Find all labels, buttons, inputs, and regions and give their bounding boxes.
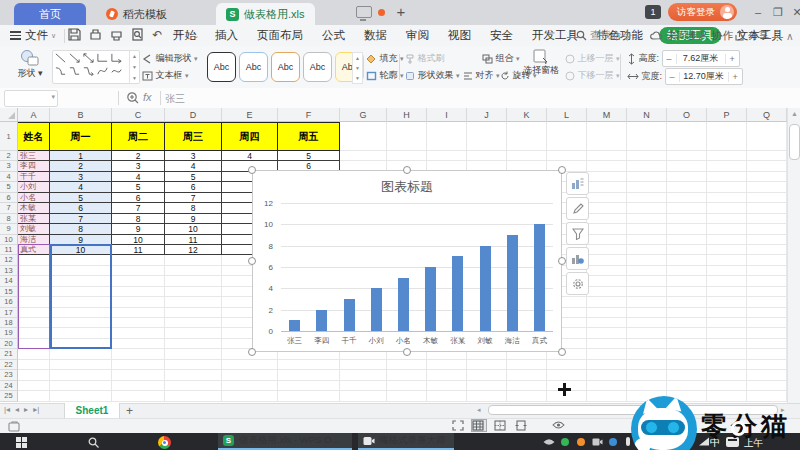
cell[interactable]: [50, 349, 112, 359]
cell[interactable]: [340, 381, 387, 391]
print-preview-icon[interactable]: [131, 28, 146, 43]
cell[interactable]: [747, 328, 787, 338]
cell[interactable]: [18, 381, 50, 391]
cell[interactable]: [50, 297, 112, 307]
cell[interactable]: [278, 370, 340, 380]
cell[interactable]: [707, 360, 747, 370]
cell[interactable]: [340, 122, 387, 151]
gallery-scroll[interactable]: ▲▼▼: [129, 51, 139, 83]
cell[interactable]: [50, 360, 112, 370]
cell[interactable]: [587, 193, 627, 203]
cell[interactable]: [707, 203, 747, 213]
save-icon[interactable]: [68, 28, 83, 43]
cell[interactable]: [587, 214, 627, 224]
cell[interactable]: [707, 287, 747, 297]
cell[interactable]: [112, 360, 165, 370]
cell[interactable]: 9: [165, 214, 222, 224]
cell[interactable]: [222, 391, 278, 401]
cell[interactable]: [667, 381, 707, 391]
cell[interactable]: [667, 245, 707, 255]
chart-bar-张三[interactable]: [289, 320, 300, 331]
chart-object[interactable]: 图表标题 024681012张三李四干千小刘小名木敏张某刘敏海洁真式: [252, 170, 562, 352]
chart-resize-handle[interactable]: [558, 166, 566, 174]
cell[interactable]: [707, 122, 747, 151]
chart-title[interactable]: 图表标题: [253, 178, 561, 196]
shape-style-preset-1[interactable]: Abc: [207, 52, 236, 82]
cell[interactable]: [667, 182, 707, 192]
cell[interactable]: [667, 193, 707, 203]
cell[interactable]: [707, 214, 747, 224]
cell[interactable]: [667, 297, 707, 307]
cell[interactable]: 木敏: [18, 203, 50, 213]
cell[interactable]: [50, 391, 112, 401]
cell[interactable]: 张三: [18, 151, 50, 161]
row-header-17[interactable]: 17: [0, 308, 18, 318]
cell[interactable]: [18, 255, 50, 265]
cell[interactable]: [165, 287, 222, 297]
cell[interactable]: [387, 381, 427, 391]
row-header-19[interactable]: 19: [0, 328, 18, 338]
tab-document[interactable]: S 做表格用.xls: [216, 3, 315, 25]
chart-resize-handle[interactable]: [248, 166, 256, 174]
cell[interactable]: [222, 360, 278, 370]
cell[interactable]: [112, 349, 165, 359]
cell[interactable]: [387, 360, 427, 370]
chart-resize-handle[interactable]: [403, 166, 411, 174]
chart-resize-handle[interactable]: [558, 348, 566, 356]
cell[interactable]: 2: [112, 151, 165, 161]
ribbon-tab-审阅[interactable]: 审阅: [403, 27, 432, 44]
column-header-J[interactable]: J: [467, 108, 507, 122]
start-button[interactable]: [16, 437, 27, 448]
cell[interactable]: [627, 370, 667, 380]
sheet-nav-arrows[interactable]: |◂ ◂ ▸ ▸|: [4, 405, 39, 414]
column-header-C[interactable]: C: [112, 108, 165, 122]
chart-resize-handle[interactable]: [558, 257, 566, 265]
cell[interactable]: [747, 381, 787, 391]
cell[interactable]: 周二: [112, 122, 165, 151]
shape-preset-8[interactable]: [81, 64, 95, 77]
shape-preset-2[interactable]: [67, 51, 81, 64]
cell[interactable]: 6: [165, 182, 222, 192]
cell[interactable]: [627, 151, 667, 161]
cell[interactable]: [165, 339, 222, 349]
hscroll-left-icon[interactable]: ◂: [477, 406, 481, 414]
cell[interactable]: [547, 151, 587, 161]
chart-style-brush-button[interactable]: [566, 197, 589, 220]
cell[interactable]: [50, 308, 112, 318]
cell[interactable]: [707, 349, 747, 359]
column-header-I[interactable]: I: [427, 108, 467, 122]
cell[interactable]: 姓名: [18, 122, 50, 151]
cell[interactable]: 7: [50, 214, 112, 224]
shape-preset-9[interactable]: [95, 64, 109, 77]
ribbon-tab-页面布局[interactable]: 页面布局: [254, 27, 306, 44]
cell[interactable]: [467, 151, 507, 161]
tab-home[interactable]: 首页: [14, 3, 86, 25]
cell[interactable]: [627, 193, 667, 203]
cell[interactable]: [18, 349, 50, 359]
new-tab-button[interactable]: +: [392, 3, 410, 20]
cell[interactable]: [747, 151, 787, 161]
cell[interactable]: [707, 297, 747, 307]
fullscreen-view-icon[interactable]: [452, 420, 466, 431]
cell[interactable]: 刘敏: [18, 224, 50, 234]
cell[interactable]: [547, 370, 587, 380]
cell[interactable]: [50, 266, 112, 276]
cell[interactable]: [747, 318, 787, 328]
cell[interactable]: [18, 276, 50, 286]
column-header-N[interactable]: N: [627, 108, 667, 122]
tray-shield-icon[interactable]: [577, 438, 585, 446]
cell[interactable]: [667, 266, 707, 276]
cell[interactable]: [50, 328, 112, 338]
cell[interactable]: [707, 308, 747, 318]
cell[interactable]: [165, 255, 222, 265]
column-header-O[interactable]: O: [667, 108, 707, 122]
cell[interactable]: [587, 266, 627, 276]
output-icon[interactable]: [89, 28, 104, 43]
cell[interactable]: 4: [222, 151, 278, 161]
cell[interactable]: [18, 266, 50, 276]
cell[interactable]: [707, 318, 747, 328]
select-all-corner[interactable]: [0, 108, 18, 122]
cell[interactable]: [627, 214, 667, 224]
cell[interactable]: [667, 122, 707, 151]
cell[interactable]: [627, 161, 667, 171]
